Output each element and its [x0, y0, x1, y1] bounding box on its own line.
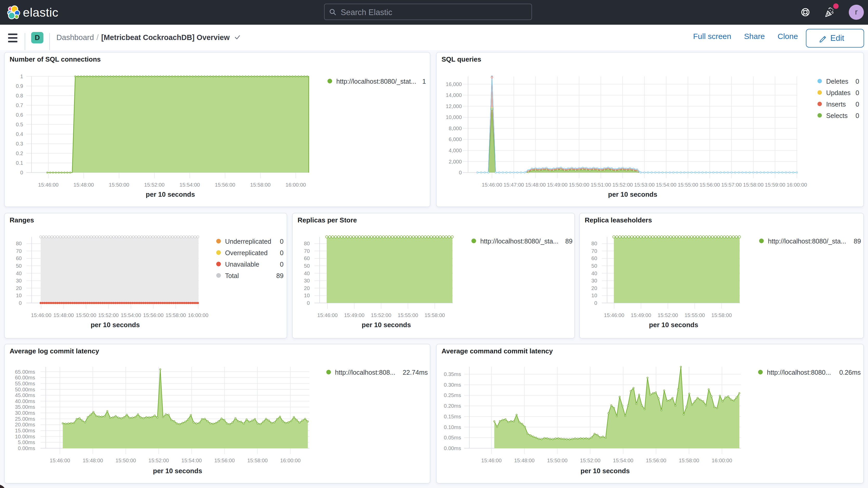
svg-text:40: 40: [304, 271, 310, 276]
svg-text:0.4: 0.4: [16, 131, 23, 137]
svg-text:per 10 seconds: per 10 seconds: [146, 190, 195, 198]
svg-text:15:58:00: 15:58:00: [247, 458, 268, 463]
svg-text:15:52:00: 15:52:00: [658, 312, 678, 318]
svg-text:http://localhost:8080...: http://localhost:8080...: [767, 369, 831, 376]
svg-text:15:46:00: 15:46:00: [604, 312, 624, 318]
svg-text:15:52:00: 15:52:00: [613, 182, 633, 188]
svg-text:60: 60: [16, 255, 22, 261]
svg-text:15:57:00: 15:57:00: [721, 182, 742, 188]
svg-text:15:54:00: 15:54:00: [121, 312, 141, 318]
svg-text:http://localhost:8080/_stat...: http://localhost:8080/_stat...: [336, 78, 416, 85]
svg-text:http://localhost:8080/_sta...: http://localhost:8080/_sta...: [480, 238, 558, 245]
svg-text:16:00:00: 16:00:00: [280, 458, 301, 463]
svg-text:80: 80: [16, 241, 22, 246]
svg-text:30.00ms: 30.00ms: [15, 410, 35, 416]
svg-text:Total: Total: [225, 272, 239, 279]
svg-text:15:56:00: 15:56:00: [646, 458, 666, 463]
svg-text:16:00:00: 16:00:00: [712, 458, 732, 463]
svg-text:15:58:00: 15:58:00: [711, 312, 732, 318]
svg-text:15:48:00: 15:48:00: [54, 312, 74, 318]
svg-text:15:50:00: 15:50:00: [547, 458, 567, 463]
svg-text:15:54:00: 15:54:00: [613, 458, 633, 463]
svg-text:http://localhost:808...: http://localhost:808...: [335, 369, 395, 376]
svg-text:15:50:00: 15:50:00: [116, 458, 136, 463]
svg-text:15:46:00: 15:46:00: [31, 312, 52, 318]
svg-text:0.2: 0.2: [16, 150, 23, 156]
svg-text:0: 0: [19, 300, 22, 306]
svg-text:20: 20: [304, 285, 310, 291]
svg-text:15:56:00: 15:56:00: [143, 312, 164, 318]
svg-text:30: 30: [16, 278, 22, 283]
svg-text:89: 89: [276, 272, 283, 279]
svg-text:16:00:00: 16:00:00: [286, 182, 306, 188]
svg-text:0.00ms: 0.00ms: [18, 446, 35, 451]
svg-text:Unavailable: Unavailable: [225, 261, 259, 268]
svg-text:0.9: 0.9: [16, 83, 23, 89]
svg-text:0.1: 0.1: [16, 160, 23, 166]
svg-text:Selects: Selects: [826, 112, 848, 119]
svg-text:2,000: 2,000: [448, 159, 462, 164]
svg-text:10.00ms: 10.00ms: [15, 434, 35, 439]
svg-text:15:59:00: 15:59:00: [765, 182, 785, 188]
svg-text:1: 1: [20, 73, 23, 79]
svg-text:0.6: 0.6: [16, 112, 23, 118]
svg-text:60: 60: [304, 255, 310, 261]
svg-text:15:54:00: 15:54:00: [181, 458, 202, 463]
svg-text:80: 80: [591, 241, 597, 246]
svg-text:16:00:00: 16:00:00: [787, 182, 807, 188]
svg-text:6,000: 6,000: [448, 136, 462, 142]
svg-text:Deletes: Deletes: [826, 78, 848, 85]
svg-text:15:50:00: 15:50:00: [109, 182, 129, 188]
svg-text:10: 10: [16, 293, 22, 298]
svg-text:15:55:00: 15:55:00: [684, 312, 705, 318]
svg-text:50.00ms: 50.00ms: [15, 387, 35, 392]
svg-text:40: 40: [16, 271, 22, 276]
svg-text:0: 0: [459, 170, 462, 175]
svg-text:0: 0: [307, 300, 310, 306]
svg-text:15:48:00: 15:48:00: [514, 458, 534, 463]
svg-text:15:56:00: 15:56:00: [700, 182, 720, 188]
svg-text:0.5: 0.5: [16, 122, 23, 127]
svg-text:15:55:00: 15:55:00: [398, 312, 418, 318]
svg-text:Overreplicated: Overreplicated: [225, 249, 268, 256]
svg-text:80: 80: [304, 241, 310, 246]
svg-text:15:52:00: 15:52:00: [144, 182, 165, 188]
svg-text:15:46:00: 15:46:00: [38, 182, 59, 188]
svg-text:0: 0: [856, 100, 859, 108]
svg-text:per 10 seconds: per 10 seconds: [649, 321, 698, 329]
svg-text:15:50:00: 15:50:00: [569, 182, 589, 188]
svg-text:10: 10: [591, 293, 597, 298]
svg-text:50: 50: [16, 263, 22, 269]
svg-text:0: 0: [20, 170, 23, 175]
svg-text:0.8: 0.8: [16, 93, 23, 98]
svg-text:10,000: 10,000: [446, 114, 462, 120]
svg-text:15:48:00: 15:48:00: [73, 182, 94, 188]
svg-text:0.20ms: 0.20ms: [444, 403, 461, 409]
svg-text:per 10 seconds: per 10 seconds: [91, 321, 140, 329]
svg-text:15:58:00: 15:58:00: [165, 312, 186, 318]
svg-text:per 10 seconds: per 10 seconds: [581, 467, 630, 475]
svg-text:70: 70: [304, 248, 310, 254]
svg-text:per 10 seconds: per 10 seconds: [362, 321, 411, 329]
svg-text:15:49:00: 15:49:00: [344, 312, 365, 318]
svg-text:0.15ms: 0.15ms: [444, 414, 461, 419]
svg-text:0: 0: [280, 261, 283, 268]
svg-text:20: 20: [16, 285, 22, 291]
svg-text:0.3: 0.3: [16, 141, 23, 147]
svg-text:15:58:00: 15:58:00: [250, 182, 271, 188]
svg-text:35.00ms: 35.00ms: [15, 404, 35, 410]
svg-text:40.00ms: 40.00ms: [15, 398, 35, 404]
svg-text:0.7: 0.7: [16, 102, 23, 108]
svg-text:15:58:00: 15:58:00: [425, 312, 445, 318]
svg-text:30: 30: [591, 278, 597, 283]
svg-text:Updates: Updates: [826, 89, 850, 96]
svg-text:16:00:00: 16:00:00: [188, 312, 209, 318]
svg-text:15:48:00: 15:48:00: [83, 458, 103, 463]
svg-text:12,000: 12,000: [446, 103, 462, 109]
svg-text:40: 40: [591, 271, 597, 276]
svg-text:0.25ms: 0.25ms: [444, 392, 461, 398]
svg-text:0.30ms: 0.30ms: [444, 382, 461, 388]
svg-text:15:47:00: 15:47:00: [504, 182, 524, 188]
svg-text:89: 89: [854, 238, 861, 245]
svg-text:1: 1: [422, 78, 426, 85]
